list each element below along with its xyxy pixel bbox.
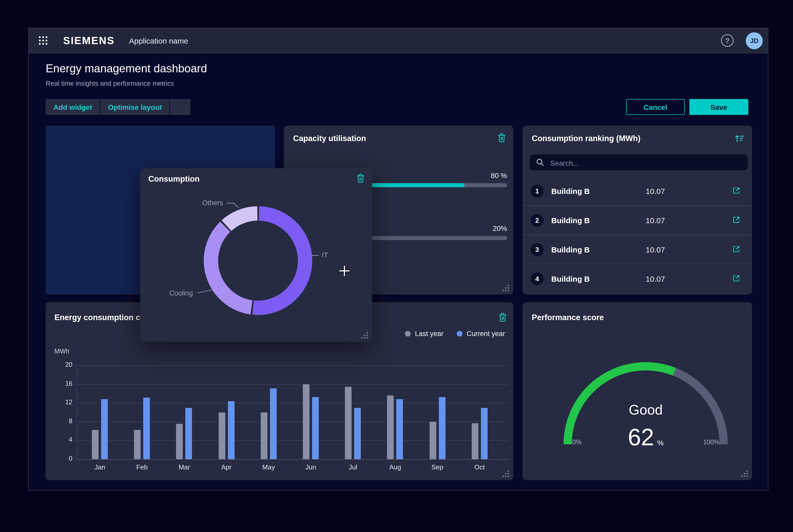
building-name: Building B (551, 245, 590, 254)
siemens-logo: SIEMENS (63, 35, 115, 46)
widget-title: Consumption ranking (MWh) (532, 134, 641, 143)
bar-current-year-aug (396, 399, 403, 459)
gauge-score: 62% (584, 423, 707, 451)
rank-badge: 3 (531, 243, 543, 256)
trash-icon[interactable] (497, 133, 506, 142)
bar-last-year-may (261, 412, 268, 459)
bar-last-year-jul (345, 387, 352, 459)
bar-current-year-oct (481, 408, 487, 459)
bar-last-year-sep (429, 422, 436, 459)
search-icon (536, 158, 545, 167)
y-tick-label: 0 (53, 455, 72, 462)
external-link-icon[interactable] (732, 215, 741, 224)
gauge-score-value: 62 (628, 424, 654, 451)
consumption-ranking-widget[interactable]: Consumption ranking (MWh) 1Building B10.… (522, 126, 752, 294)
x-tick-label: Sep (422, 463, 453, 471)
widget-title: Capacity utilisation (293, 134, 366, 143)
bar-current-year-jun (312, 397, 319, 459)
performance-score-widget[interactable]: Performance score Good 62% 0% 100% (522, 302, 752, 480)
add-widget-button[interactable]: Add widget (46, 99, 100, 115)
app-launcher-icon[interactable] (38, 36, 48, 45)
capacity-row-value: 80 % (491, 171, 507, 179)
optimise-layout-button[interactable]: Optimise layout (100, 99, 170, 115)
x-tick-label: Aug (380, 463, 411, 471)
help-icon[interactable]: ? (721, 34, 734, 47)
bar-last-year-jun (303, 384, 310, 459)
user-avatar[interactable]: JD (746, 32, 763, 49)
y-tick-label: 8 (53, 418, 72, 425)
ranking-row: 2Building B10.07 (522, 206, 752, 235)
gauge-max-label: 100% (691, 439, 732, 446)
resize-handle[interactable] (502, 285, 509, 291)
rank-badge: 1 (531, 185, 543, 197)
external-link-icon[interactable] (732, 186, 741, 195)
ranking-row: 4Building B10.07 (522, 264, 752, 293)
donut-label-others: Others (202, 199, 223, 207)
consumption-value: 10.07 (646, 187, 665, 195)
toolbar-kebab-icon[interactable] (170, 99, 191, 115)
external-link-icon[interactable] (732, 245, 741, 253)
app-header: SIEMENS Application name ? JD (29, 28, 768, 53)
consumption-donut-widget[interactable]: Consumption Others IT Cooling (140, 168, 372, 342)
building-name: Building B (551, 187, 590, 195)
x-tick-label: Jun (295, 463, 326, 471)
gridline (76, 365, 508, 366)
x-tick-label: Feb (127, 463, 157, 471)
save-button[interactable]: Save (689, 99, 748, 115)
y-tick-label: 20 (53, 361, 72, 368)
consumption-value: 10.07 (646, 216, 665, 225)
sort-ascending-icon[interactable] (735, 134, 745, 142)
ranking-row: 3Building B10.07 (522, 235, 752, 264)
y-tick-label: 16 (53, 380, 72, 387)
ranking-rows: 1Building B10.072Building B10.073Buildin… (522, 176, 752, 293)
ranking-row: 1Building B10.07 (522, 176, 752, 206)
bar-current-year-mar (186, 408, 192, 459)
cancel-button[interactable]: Cancel (626, 99, 685, 115)
y-axis-line (76, 365, 77, 459)
app-panel: SIEMENS Application name ? JD Energy man… (28, 28, 768, 491)
x-tick-label: Oct (464, 463, 495, 471)
resize-handle[interactable] (361, 332, 368, 339)
resize-handle[interactable] (741, 471, 748, 477)
donut-label-cooling: Cooling (169, 289, 193, 297)
gauge-svg (522, 302, 752, 480)
page-title: Energy management dashboard (46, 62, 207, 75)
y-tick-label: 4 (53, 436, 72, 443)
bar-current-year-feb (143, 398, 150, 459)
x-tick-label: Mar (169, 463, 200, 471)
donut-svg (140, 168, 372, 342)
bar-current-year-sep (439, 397, 445, 459)
bar-last-year-feb (134, 430, 141, 459)
bar-current-year-may (270, 388, 277, 459)
resize-handle[interactable] (502, 471, 509, 477)
x-tick-label: Jan (85, 463, 115, 471)
bar-last-year-aug (387, 396, 394, 459)
donut-segment-it (253, 213, 305, 308)
external-link-icon[interactable] (732, 274, 741, 283)
building-name: Building B (551, 274, 590, 283)
donut-segment-cooling (211, 227, 252, 307)
donut-label-it: IT (322, 251, 328, 259)
page-subtitle: Real time insights and performance metri… (46, 79, 174, 87)
search-input[interactable] (549, 154, 741, 171)
search-field[interactable] (530, 154, 748, 170)
bar-current-year-apr (228, 401, 234, 459)
consumption-value: 10.07 (646, 245, 665, 254)
gridline (76, 459, 508, 460)
gridline (76, 384, 508, 384)
x-tick-label: Apr (211, 463, 242, 471)
capacity-row-value: 20% (493, 224, 507, 232)
consumption-value: 10.07 (646, 274, 665, 283)
bar-current-year-jul (354, 408, 361, 459)
bar-last-year-mar (176, 424, 183, 459)
gauge-status-label: Good (594, 402, 697, 418)
screen: SIEMENS Application name ? JD Energy man… (0, 0, 793, 532)
bar-last-year-apr (218, 412, 225, 459)
application-name: Application name (129, 36, 188, 45)
y-tick-label: 12 (53, 399, 72, 406)
gauge-score-unit: % (657, 439, 664, 447)
bar-current-year-jan (101, 399, 108, 459)
rank-badge: 2 (531, 214, 543, 227)
rank-badge: 4 (531, 272, 543, 285)
bar-last-year-oct (472, 423, 478, 459)
